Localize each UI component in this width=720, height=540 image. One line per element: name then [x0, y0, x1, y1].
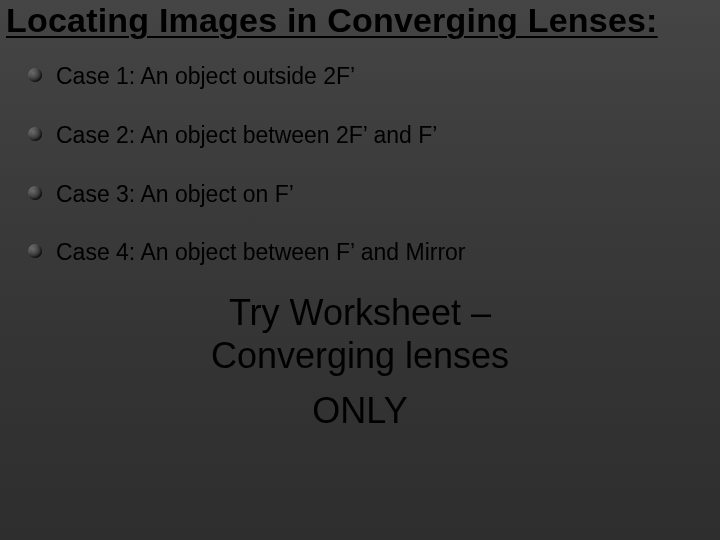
- callout-cut: ONLY: [10, 393, 710, 429]
- slide-title: Locating Images in Converging Lenses:: [0, 0, 720, 42]
- bullet-icon: [28, 244, 42, 258]
- slide-body: Case 1: An object outside 2F’ Case 2: An…: [0, 42, 720, 415]
- list-item-label: Case 2: An object between 2F’ and F’: [56, 122, 437, 148]
- callout-line-1: Try Worksheet –: [229, 292, 491, 333]
- slide: Locating Images in Converging Lenses: Ca…: [0, 0, 720, 540]
- callout: Try Worksheet – Converging lenses: [10, 291, 710, 377]
- list-item: Case 1: An object outside 2F’: [10, 62, 710, 121]
- list-item-label: Case 3: An object on F’: [56, 181, 294, 207]
- list-item: Case 4: An object between F’ and Mirror: [10, 238, 710, 297]
- list-item-label: Case 1: An object outside 2F’: [56, 63, 355, 89]
- list-item: Case 2: An object between 2F’ and F’: [10, 121, 710, 180]
- bullet-icon: [28, 68, 42, 82]
- case-list: Case 1: An object outside 2F’ Case 2: An…: [10, 62, 710, 297]
- list-item: Case 3: An object on F’: [10, 180, 710, 239]
- callout-line-2: Converging lenses: [211, 335, 509, 376]
- bullet-icon: [28, 127, 42, 141]
- callout-line-3: ONLY: [312, 390, 407, 431]
- bullet-icon: [28, 186, 42, 200]
- list-item-label: Case 4: An object between F’ and Mirror: [56, 239, 466, 265]
